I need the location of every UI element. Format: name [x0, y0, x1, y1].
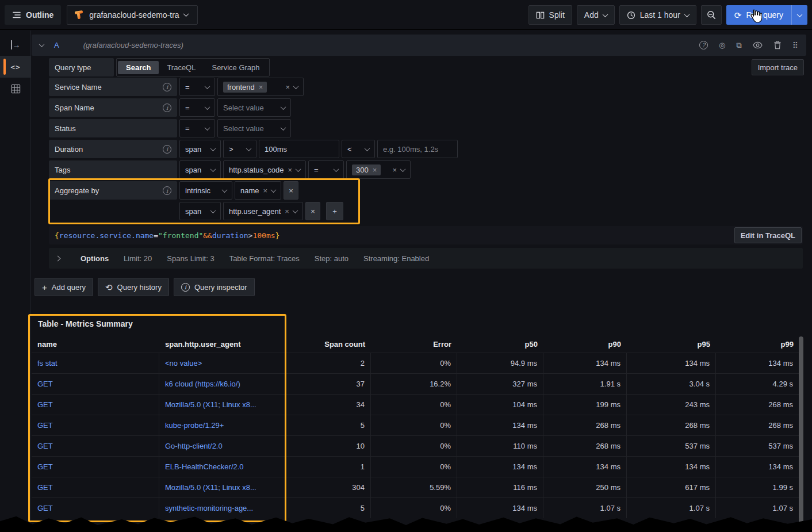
- column-header[interactable]: name: [32, 336, 159, 353]
- duration-max-input[interactable]: e.g. 100ms, 1.2s: [377, 140, 458, 158]
- status-label: Status: [55, 124, 76, 133]
- import-trace-button[interactable]: Import trace: [752, 59, 804, 75]
- duration-lt-operator[interactable]: <: [342, 140, 375, 158]
- cell-value: 5: [289, 415, 371, 435]
- remove-aggregate-button-1[interactable]: ×: [284, 181, 298, 200]
- cell-link[interactable]: kube-probe/1.29+: [159, 415, 289, 435]
- cell-value: 268 ms: [716, 394, 799, 415]
- collapse-pane-button[interactable]: →: [0, 34, 31, 56]
- table-scrollbar[interactable]: [799, 336, 803, 532]
- status-value-select[interactable]: Select value: [217, 119, 291, 137]
- remove-aggregate-button-2[interactable]: ×: [305, 202, 320, 220]
- column-header[interactable]: Error: [371, 336, 457, 353]
- column-header[interactable]: span.http.user_agent: [159, 336, 289, 353]
- column-header[interactable]: p90: [543, 336, 627, 353]
- cell-link[interactable]: GET: [32, 456, 159, 477]
- cell-value: 304: [289, 477, 371, 497]
- tab-service-graph[interactable]: Service Graph: [204, 61, 267, 74]
- query-inspector-button[interactable]: iQuery inspector: [174, 278, 255, 296]
- operator-value: =: [185, 124, 190, 133]
- cell-link[interactable]: Mozilla/5.0 (X11; Linux x8...: [159, 394, 289, 415]
- toolbar-right-group: Split Add Last 1 hour ⟳ Run query: [528, 5, 807, 25]
- add-aggregate-button[interactable]: +: [326, 202, 343, 220]
- remove-chip-icon[interactable]: ×: [259, 83, 263, 91]
- cell-link[interactable]: Go-http-client/2.0: [159, 435, 289, 456]
- cell-link[interactable]: GET: [32, 394, 159, 415]
- tags-operator-select[interactable]: =: [308, 160, 344, 179]
- clear-all-icon[interactable]: ×: [285, 83, 290, 91]
- hide-response-eye-icon[interactable]: [753, 41, 763, 49]
- clear-icon[interactable]: ×: [285, 207, 289, 216]
- clear-icon[interactable]: ×: [263, 186, 268, 195]
- duration-scope-select[interactable]: span: [179, 140, 221, 158]
- traceql-token: "frontend": [158, 231, 203, 240]
- column-header[interactable]: p95: [627, 336, 716, 353]
- chevron-down-icon: [271, 187, 277, 193]
- query-history-button[interactable]: ⟲Query history: [98, 278, 169, 296]
- chevron-down-icon: [210, 166, 216, 172]
- collapse-query-icon[interactable]: [39, 41, 45, 47]
- tab-traceql[interactable]: TraceQL: [159, 61, 204, 74]
- duplicate-query-icon[interactable]: ⧉: [736, 41, 741, 50]
- time-range-picker[interactable]: Last 1 hour: [619, 5, 696, 25]
- chevron-down-icon: [365, 146, 370, 151]
- datasource-default-icon[interactable]: ◎: [719, 41, 725, 49]
- edit-in-traceql-button[interactable]: Edit in TraceQL: [734, 227, 802, 243]
- cell-link[interactable]: Mozilla/5.0 (X11; Linux x8...: [159, 477, 289, 497]
- drag-handle-icon[interactable]: ⠿: [792, 41, 797, 50]
- cell-link[interactable]: ELB-HealthChecker/2.0: [159, 456, 289, 477]
- sidebar-item-query-editor[interactable]: <>: [0, 56, 31, 78]
- column-header[interactable]: p50: [457, 336, 543, 353]
- clear-icon[interactable]: ×: [288, 166, 292, 174]
- service-name-value-select[interactable]: frontend× ×: [217, 78, 304, 96]
- outline-button[interactable]: Outline: [5, 5, 61, 25]
- cell-link[interactable]: GET: [32, 497, 159, 518]
- cell-link[interactable]: GET: [32, 373, 159, 394]
- status-operator-select[interactable]: =: [179, 119, 215, 137]
- cell-link[interactable]: GET: [32, 477, 159, 497]
- select-placeholder: Select value: [223, 104, 264, 112]
- table-row: fs stat<no value>20%94.9 ms134 ms134 ms1…: [32, 353, 806, 373]
- remove-chip-icon[interactable]: ×: [373, 166, 377, 174]
- cell-link[interactable]: fs stat: [32, 353, 159, 373]
- tags-scope-select[interactable]: span: [179, 160, 221, 179]
- column-header[interactable]: p99: [716, 336, 799, 353]
- run-query-dropdown[interactable]: [791, 5, 807, 25]
- cell-link[interactable]: GET: [32, 415, 159, 435]
- split-button[interactable]: Split: [528, 5, 572, 25]
- run-query-button[interactable]: ⟳ Run query: [726, 5, 791, 25]
- chevron-down-icon: [210, 146, 216, 151]
- span-name-value-select[interactable]: Select value: [217, 98, 291, 117]
- duration-min-input[interactable]: 100ms: [259, 140, 339, 158]
- tags-value-select[interactable]: 300× ×: [346, 160, 411, 179]
- datasource-picker[interactable]: grafanacloud-sedemo-tra: [67, 5, 198, 25]
- sidebar-item-table[interactable]: [0, 78, 31, 99]
- add-query-button[interactable]: +Add query: [35, 278, 93, 296]
- options-collapsible[interactable]: Options Limit: 20Spans Limit: 3Table For…: [49, 248, 803, 269]
- cell-link[interactable]: k6 cloud (https://k6.io/): [159, 373, 289, 394]
- tab-search[interactable]: Search: [118, 61, 159, 74]
- column-header[interactable]: Span count: [289, 336, 371, 353]
- cell-value: 0%: [371, 394, 457, 415]
- duration-gt-operator[interactable]: >: [223, 140, 256, 158]
- cell-value: 37: [289, 373, 371, 394]
- aggregate-scope-select-2[interactable]: span: [179, 202, 221, 220]
- delete-query-trash-icon[interactable]: [773, 41, 782, 49]
- cell-link[interactable]: synthetic-monitoring-age...: [159, 497, 289, 518]
- service-name-operator-select[interactable]: =: [179, 78, 215, 96]
- cell-link[interactable]: GET: [32, 435, 159, 456]
- clear-all-icon[interactable]: ×: [392, 166, 397, 174]
- aggregate-key-select-1[interactable]: name×: [235, 181, 281, 200]
- zoom-out-button[interactable]: [701, 5, 722, 25]
- add-button[interactable]: Add: [577, 5, 615, 25]
- aggregate-scope-select-1[interactable]: intrinsic: [179, 181, 232, 200]
- chevron-down-icon: [400, 166, 406, 172]
- query-row-header[interactable]: A (grafanacloud-sedemo-traces) ? ◎ ⧉ ⠿: [32, 35, 806, 56]
- aggregate-key-select-2[interactable]: http.user_agent×: [223, 202, 303, 220]
- span-name-operator-select[interactable]: =: [179, 98, 215, 117]
- cell-value: 134 ms: [627, 353, 716, 373]
- help-icon[interactable]: ?: [699, 41, 708, 49]
- chevron-down-icon: [797, 12, 803, 17]
- cell-link[interactable]: <no value>: [159, 353, 289, 373]
- tags-key-select[interactable]: http.status_code×: [223, 160, 306, 179]
